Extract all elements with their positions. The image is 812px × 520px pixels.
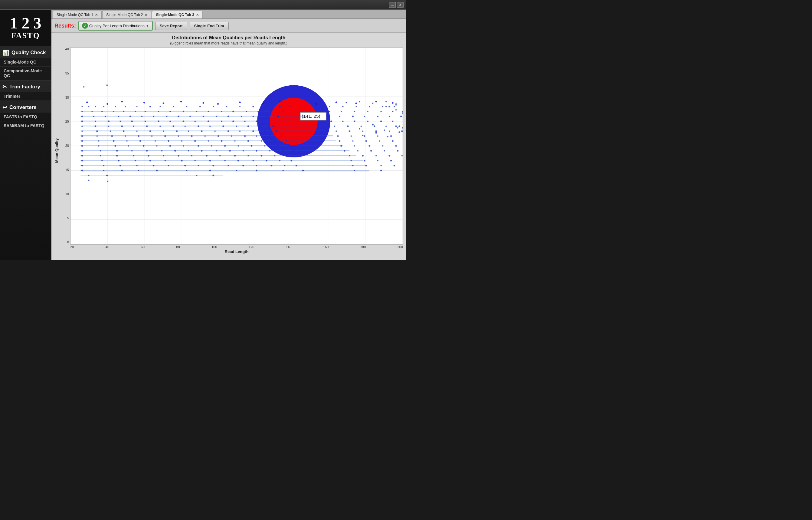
sidebar-section-converters[interactable]: ↩ Converters bbox=[0, 101, 51, 112]
tab-1-close[interactable]: ✕ bbox=[95, 13, 98, 17]
x-tick: 20 bbox=[70, 245, 74, 249]
svg-point-65 bbox=[186, 106, 187, 107]
svg-point-316 bbox=[364, 160, 365, 161]
svg-point-352 bbox=[106, 175, 108, 176]
tab-2-close[interactable]: ✕ bbox=[144, 13, 147, 17]
tab-2[interactable]: Single-Mode QC Tab 2 ✕ bbox=[102, 11, 151, 19]
svg-point-239 bbox=[98, 145, 99, 147]
svg-point-146 bbox=[354, 121, 355, 122]
svg-point-227 bbox=[234, 140, 235, 142]
svg-point-205 bbox=[218, 135, 219, 137]
svg-point-34 bbox=[355, 102, 357, 104]
svg-point-230 bbox=[274, 140, 276, 142]
svg-point-136 bbox=[169, 121, 171, 122]
trim-factory-icon: ✂ bbox=[2, 83, 7, 90]
svg-point-341 bbox=[138, 170, 139, 171]
svg-point-235 bbox=[379, 140, 380, 142]
svg-point-288 bbox=[206, 155, 207, 156]
svg-point-100 bbox=[354, 111, 355, 112]
svg-point-241 bbox=[128, 145, 129, 147]
svg-point-251 bbox=[264, 145, 265, 147]
svg-point-366 bbox=[385, 101, 387, 102]
svg-point-180 bbox=[176, 130, 178, 132]
svg-point-69 bbox=[239, 106, 241, 107]
svg-point-353 bbox=[196, 175, 197, 176]
single-end-trim-button[interactable]: Single-End Trim bbox=[190, 22, 229, 30]
y-tick: 35 bbox=[61, 72, 70, 75]
svg-point-143 bbox=[255, 121, 257, 122]
sidebar-item-single-mode-qc[interactable]: Single-Mode QC bbox=[0, 58, 51, 67]
logo-numbers: 1 2 3 bbox=[10, 16, 42, 31]
converters-icon: ↩ bbox=[2, 104, 7, 111]
tab-1[interactable]: Single-Mode QC Tab 1 ✕ bbox=[53, 11, 102, 19]
svg-point-217 bbox=[98, 140, 99, 142]
plot-area: (141, 25) bbox=[70, 47, 403, 244]
svg-point-109 bbox=[130, 115, 131, 117]
tab-3[interactable]: Single-Mode QC Tab 3 ✕ bbox=[152, 11, 202, 19]
svg-point-345 bbox=[236, 170, 237, 171]
svg-point-277 bbox=[370, 150, 372, 152]
x-tick: 140 bbox=[286, 245, 291, 249]
svg-point-188 bbox=[276, 130, 277, 132]
content-area: Single-Mode QC Tab 1 ✕ Single-Mode QC Ta… bbox=[51, 10, 406, 260]
minimize-button[interactable]: — bbox=[389, 2, 396, 7]
svg-point-349 bbox=[354, 170, 355, 171]
sidebar-item-comparative-mode-qc[interactable]: Comparative-Mode QC bbox=[0, 67, 51, 80]
svg-point-162 bbox=[222, 125, 224, 127]
svg-point-346 bbox=[255, 170, 257, 171]
svg-point-231 bbox=[286, 140, 287, 142]
svg-rect-46 bbox=[80, 135, 333, 136]
svg-point-126 bbox=[377, 115, 378, 117]
chart-area: Distributions of Mean Qualities per Read… bbox=[51, 33, 406, 260]
svg-point-55 bbox=[81, 106, 83, 107]
y-tick: 15 bbox=[61, 168, 70, 172]
converters-label: Converters bbox=[9, 104, 36, 110]
svg-point-321 bbox=[119, 165, 121, 166]
tab-3-close[interactable]: ✕ bbox=[196, 13, 199, 17]
svg-point-20 bbox=[86, 101, 88, 103]
svg-point-331 bbox=[271, 165, 272, 166]
x-tick: 100 bbox=[212, 245, 217, 249]
sidebar: 1 2 3 FASTQ 📊 Quality Check Single-Mode … bbox=[0, 10, 51, 260]
close-button[interactable]: X bbox=[397, 2, 404, 7]
svg-point-282 bbox=[116, 155, 118, 156]
svg-point-261 bbox=[116, 150, 118, 152]
svg-point-332 bbox=[284, 165, 285, 166]
svg-point-184 bbox=[227, 130, 229, 132]
svg-point-232 bbox=[339, 140, 340, 142]
svg-point-73 bbox=[289, 106, 291, 107]
sidebar-item-sam-bam-to-fastq[interactable]: SAM/BAM to FASTQ bbox=[0, 121, 51, 130]
svg-point-60 bbox=[125, 106, 126, 107]
svg-point-135 bbox=[158, 121, 159, 122]
sidebar-section-trim-factory[interactable]: ✂ Trim Factory bbox=[0, 80, 51, 92]
svg-point-378 bbox=[396, 109, 397, 110]
svg-point-226 bbox=[221, 140, 222, 142]
svg-point-248 bbox=[224, 145, 226, 147]
svg-point-63 bbox=[159, 106, 161, 107]
svg-point-149 bbox=[392, 121, 393, 122]
svg-point-262 bbox=[131, 150, 133, 151]
sidebar-item-trimmer[interactable]: Trimmer bbox=[0, 92, 51, 101]
svg-point-181 bbox=[188, 130, 189, 132]
svg-point-111 bbox=[153, 115, 154, 117]
svg-point-161 bbox=[209, 126, 211, 127]
svg-point-151 bbox=[81, 126, 83, 127]
svg-point-79 bbox=[394, 106, 395, 107]
sidebar-section-quality-check[interactable]: 📊 Quality Check bbox=[0, 46, 51, 58]
svg-point-127 bbox=[389, 115, 390, 117]
sidebar-item-fast5-to-fastq[interactable]: FAST5 to FASTQ bbox=[0, 112, 51, 121]
svg-point-219 bbox=[126, 140, 127, 142]
svg-point-259 bbox=[81, 150, 83, 152]
svg-point-176 bbox=[123, 130, 124, 132]
y-tick: 10 bbox=[61, 192, 70, 196]
svg-point-105 bbox=[81, 115, 83, 117]
save-report-button[interactable]: Save Report bbox=[155, 22, 187, 30]
tab-2-label: Single-Mode QC Tab 2 bbox=[106, 13, 143, 17]
svg-point-199 bbox=[138, 135, 139, 137]
dropdown-button[interactable]: ✓ Quality Per Length Distributions ▼ bbox=[78, 21, 153, 31]
svg-point-128 bbox=[400, 115, 402, 117]
x-axis-label: Read Length bbox=[61, 250, 403, 254]
svg-point-24 bbox=[163, 102, 164, 104]
svg-point-255 bbox=[354, 145, 355, 147]
svg-point-173 bbox=[81, 130, 83, 132]
